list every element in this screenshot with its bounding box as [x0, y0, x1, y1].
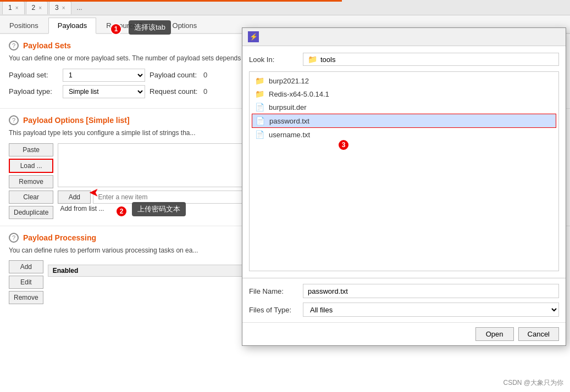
- file-icon-burpsuit: 📄: [255, 103, 264, 111]
- payload-sets-title: Payload Sets: [23, 41, 71, 50]
- file-icon-username: 📄: [255, 130, 264, 139]
- file-name-redis: Redis-x64-5.0.14.1: [269, 90, 329, 98]
- remove-button[interactable]: Remove: [9, 175, 53, 188]
- request-count-label: Request count:: [150, 87, 199, 96]
- dialog-open-button[interactable]: Open: [475, 327, 514, 341]
- processing-remove-button[interactable]: Remove: [9, 291, 43, 304]
- tab-2[interactable]: 2 ×: [26, 1, 48, 14]
- tab-more[interactable]: ...: [73, 2, 87, 14]
- watermark: CSDN @大象只为你: [503, 378, 563, 388]
- payload-action-buttons: Paste Load ... Remove Clear Deduplicate: [9, 143, 53, 219]
- tab-2-close[interactable]: ×: [38, 5, 42, 11]
- tab-1[interactable]: 1 ×: [2, 1, 25, 14]
- processing-add-button[interactable]: Add: [9, 260, 43, 273]
- file-name-row: File Name:: [249, 284, 559, 298]
- progress-bar: [0, 0, 342, 2]
- payload-count-label: Payload count:: [150, 71, 199, 79]
- circle-1: 1: [110, 23, 122, 35]
- tab-3-label: 3: [55, 4, 59, 12]
- look-in-row: Look In: 📁 tools: [249, 53, 559, 66]
- request-count-value: 0: [203, 87, 207, 96]
- file-item-username[interactable]: 📄 username.txt: [252, 128, 556, 141]
- tab-1-label: 1: [8, 4, 12, 12]
- payload-options-help-icon[interactable]: ?: [9, 115, 19, 125]
- clear-button[interactable]: Clear: [9, 191, 53, 204]
- tab-2-label: 2: [32, 4, 36, 12]
- tab-1-close[interactable]: ×: [15, 5, 19, 11]
- processing-edit-button[interactable]: Edit: [9, 276, 43, 289]
- file-name-burpsuit: burpsuit.der: [269, 103, 307, 111]
- deduplicate-button[interactable]: Deduplicate: [9, 206, 53, 219]
- payload-processing-title: Payload Processing: [23, 233, 96, 242]
- payload-processing-help-icon[interactable]: ?: [9, 233, 19, 243]
- tab-3-close[interactable]: ×: [62, 5, 65, 11]
- dialog-title-bar: ⚡: [242, 28, 566, 46]
- files-of-type-label: Files of Type:: [249, 306, 298, 314]
- dialog-cancel-button[interactable]: Cancel: [518, 327, 559, 341]
- paste-button[interactable]: Paste: [9, 143, 53, 156]
- file-name-password: password.txt: [269, 117, 309, 125]
- folder-icon-burp2021: 📁: [255, 76, 264, 85]
- look-in-label: Look In:: [249, 55, 298, 64]
- payload-sets-help-icon[interactable]: ?: [9, 41, 19, 51]
- look-in-value[interactable]: 📁 tools: [303, 53, 559, 66]
- payload-type-label: Payload type:: [9, 87, 58, 96]
- callout-select-tab: 选择该tab: [129, 20, 171, 35]
- dialog-footer: File Name: Files of Type: All files: [242, 278, 566, 322]
- look-in-folder-icon: 📁: [308, 55, 317, 64]
- file-name-username: username.txt: [269, 131, 310, 139]
- circle-2: 2: [115, 205, 128, 217]
- payload-type-select[interactable]: Simple list: [63, 85, 145, 98]
- dialog-body: Look In: 📁 tools 📁 burp2021.12 📁 Redis-x…: [242, 46, 566, 278]
- file-name-burp2021: burp2021.12: [269, 77, 309, 85]
- tab-positions[interactable]: Positions: [0, 18, 48, 33]
- payload-options-title: Payload Options [Simple list]: [23, 116, 130, 125]
- load-button[interactable]: Load ...: [9, 159, 53, 173]
- arrow-to-load: ➤: [89, 186, 99, 200]
- files-of-type-select[interactable]: All files: [303, 303, 559, 317]
- add-button[interactable]: Add: [58, 191, 91, 204]
- tab-payloads[interactable]: Payloads: [48, 18, 96, 34]
- look-in-text: tools: [320, 55, 335, 64]
- file-name-input[interactable]: [303, 284, 559, 298]
- processing-action-buttons: Add Edit Remove: [9, 260, 43, 304]
- payload-set-label: Payload set:: [9, 71, 58, 79]
- file-item-burp2021[interactable]: 📁 burp2021.12: [252, 74, 556, 87]
- dialog-app-icon: ⚡: [248, 31, 259, 42]
- dialog-buttons: Open Cancel: [242, 322, 566, 345]
- file-item-redis[interactable]: 📁 Redis-x64-5.0.14.1: [252, 87, 556, 100]
- file-icon-password: 📄: [256, 116, 265, 125]
- file-item-burpsuit[interactable]: 📄 burpsuit.der: [252, 100, 556, 114]
- file-item-password[interactable]: 📄 password.txt: [252, 114, 556, 128]
- folder-icon-redis: 📁: [255, 89, 264, 98]
- tab-3[interactable]: 3 ×: [49, 1, 71, 14]
- payload-set-select[interactable]: 1: [63, 69, 145, 82]
- callout-upload: 上传密码文本: [132, 202, 186, 216]
- file-name-label: File Name:: [249, 287, 298, 295]
- file-dialog: ⚡ Look In: 📁 tools 📁 burp2021.12 📁 Redis…: [242, 27, 566, 346]
- tab-bar: 1 × 2 × 3 × ...: [0, 0, 570, 15]
- circle-3: 3: [337, 139, 350, 151]
- payload-count-value: 0: [203, 71, 207, 79]
- files-of-type-row: Files of Type: All files: [249, 303, 559, 317]
- file-list[interactable]: 📁 burp2021.12 📁 Redis-x64-5.0.14.1 📄 bur…: [249, 71, 559, 271]
